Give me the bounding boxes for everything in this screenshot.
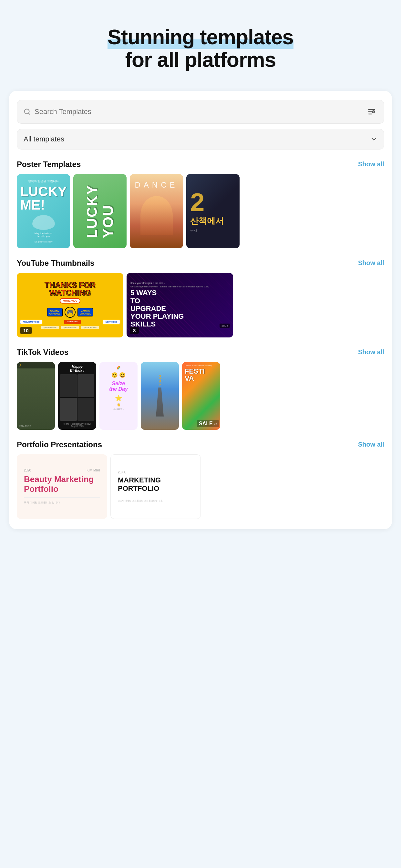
poster-korean-num: 2 <box>190 190 205 215</box>
tiktok-item[interactable]: HappyBirthday to the Happiest Day Today!… <box>58 362 96 430</box>
svg-line-1 <box>28 113 30 114</box>
tiktok2-date: to the Happiest Day Today! <box>64 423 91 425</box>
search-bar[interactable] <box>17 100 384 124</box>
tiktok2-photo2 <box>78 374 94 397</box>
tiktok-section: TikTok Videos Show all ⚡ 2024.03.12 Happ… <box>17 348 384 430</box>
poster-lucky-you-vert: LUCKYYOU <box>84 184 116 238</box>
tiktok1-top-bar: ⚡ <box>17 362 55 368</box>
poster-item[interactable]: 2 산책에서 독서 <box>186 174 240 248</box>
youtube-show-all-link[interactable]: Show all <box>358 259 384 267</box>
hero-title-line1: Stunning templates <box>107 26 294 49</box>
tiktok3-rainbow: 🌈 <box>117 366 120 369</box>
yt1-user3: @USERNAME <box>81 326 99 329</box>
youtube-section: YouTube Thumbnails Show all THANKS FORWA… <box>17 259 384 337</box>
portfolio-section: Portfolio Presentations Show all 2020 KI… <box>17 440 384 519</box>
template-type-dropdown[interactable]: All templates <box>17 129 384 150</box>
tiktok3-face1: 😊 <box>112 372 118 378</box>
tiktok2-title: HappyBirthday <box>70 365 85 372</box>
port1-header: 2020 KIM MIRI <box>24 469 100 472</box>
port1-title: Beauty MarketingPortfolio <box>24 475 100 494</box>
portfolio-section-header: Portfolio Presentations Show all <box>17 440 384 449</box>
svg-point-5 <box>372 111 374 113</box>
search-input[interactable] <box>35 107 366 116</box>
port2-title: MARKETINGPORTFOLIO <box>118 476 193 492</box>
poster-lucky-me-tag: St. patrick's day <box>34 240 52 243</box>
port2-year: 20XX <box>118 470 193 474</box>
main-card: All templates Poster Templates Show all … <box>9 91 392 529</box>
search-icon <box>24 108 31 115</box>
tiktok-item[interactable]: 🌈 😊 😄 Seizethe Day ⭐ 👋 ~MIRER~ <box>99 362 137 430</box>
youtube-section-title: YouTube Thumbnails <box>17 259 94 268</box>
tiktok3-hi: 👋 <box>117 403 120 407</box>
yt1-chip2: GAMINGCHANNEL <box>78 308 93 316</box>
tiktok5-tag: Choose to win summer clothing <box>185 365 212 367</box>
poster-korean-sub: 독서 <box>190 228 197 233</box>
tiktok1-logo: ⚡ <box>19 364 22 367</box>
portfolio-show-all-link[interactable]: Show all <box>358 441 384 448</box>
poster-item[interactable]: 행복과 행운을 드립니다 LUCKYME! May the fortunebe … <box>17 174 70 248</box>
poster-lucky-me-sub: May the fortunebe with you <box>35 232 53 238</box>
port1-name: KIM MIRI <box>87 469 100 472</box>
poster-dance-text: DANCE <box>135 181 178 190</box>
tiktok-show-all-link[interactable]: Show all <box>358 348 384 356</box>
portfolio-item[interactable]: 20XX MARKETINGPORTFOLIO 20XX: 마케팅 포트폴리오 … <box>111 454 201 519</box>
tiktok-item[interactable]: PARIS <box>141 362 179 430</box>
tiktok5-sale: SALE » <box>197 420 219 427</box>
tiktok2-photos <box>60 374 94 421</box>
youtube-item[interactable]: THANKS FORWATCHING MORE VIDS GAMINGCHANN… <box>17 273 123 337</box>
yt1-user1: @USERNAME <box>41 326 59 329</box>
filter-button[interactable] <box>366 106 377 118</box>
chevron-down-icon <box>370 135 377 143</box>
yt1-user2: @USERNAME <box>61 326 79 329</box>
tiktok2-date2: Aug 09 2025 <box>71 425 84 427</box>
yt1-chips-row: GAMINGCHANNEL 🎮 GAMINGCHANNEL <box>47 307 93 318</box>
poster-item[interactable]: LUCKYYOU <box>73 174 127 248</box>
yt1-bottom-row: PREVIOUS VIDEO SUBSCRIBE NEXT VIDEO <box>20 320 120 324</box>
yt1-usernames: @USERNAME @USERNAME @USERNAME <box>41 326 99 329</box>
port1-year: 2020 <box>24 469 31 472</box>
poster-item[interactable]: DANCE <box>130 174 183 248</box>
tiktok3-name: ~MIRER~ <box>113 408 124 411</box>
tiktok5-festi: FESTIVA <box>185 368 205 382</box>
tiktok3-seize: Seizethe Day <box>109 381 128 392</box>
yt1-badge: 10 <box>20 327 32 334</box>
tiktok3-faces: 😊 😄 <box>112 372 126 378</box>
tiktok-item[interactable]: ⚡ 2024.03.12 <box>17 362 55 430</box>
poster-show-all-link[interactable]: Show all <box>358 160 384 168</box>
yt2-time: 15:25 <box>220 323 230 328</box>
yt1-chip1: GAMINGCHANNEL <box>47 308 63 316</box>
hero-title: Stunning templates for all platforms <box>13 26 388 71</box>
tiktok4-tower <box>155 388 165 416</box>
yt1-prev: PREVIOUS VIDEO <box>20 320 42 324</box>
tiktok-item[interactable]: Choose to win summer clothing FESTIVA SA… <box>182 362 220 430</box>
youtube-item[interactable]: Share your strategies in the com... Intr… <box>127 273 233 337</box>
portfolio-grid: 2020 KIM MIRI Beauty MarketingPortfolio … <box>17 454 384 519</box>
poster-lucky-me-cloud <box>32 215 55 230</box>
tiktok2-photo1 <box>60 374 77 397</box>
poster-section-title: Poster Templates <box>17 160 81 169</box>
poster-section: Poster Templates Show all 행복과 행운을 드립니다 L… <box>17 160 384 248</box>
tiktok-grid: ⚡ 2024.03.12 HappyBirthday to the Happie… <box>17 362 384 430</box>
tiktok3-star: ⭐ <box>115 395 122 402</box>
yt1-more: MORE VIDS <box>60 298 81 304</box>
yt2-intro: Introducing Firestorm event - survive th… <box>130 285 209 288</box>
hero-section: Stunning templates for all platforms <box>0 0 401 84</box>
tiktok-section-header: TikTok Videos Show all <box>17 348 384 357</box>
yt1-subscribe: SUBSCRIBE <box>64 320 81 324</box>
tiktok2-photo4 <box>78 398 94 421</box>
yt2-title: 5 WAYSTOUPGRADEYOUR PLAYINGSKILLS <box>130 289 184 328</box>
port2-divider <box>118 496 193 496</box>
yt1-title: THANKS FORWATCHING <box>44 281 95 297</box>
tiktok2-photo3 <box>60 398 77 421</box>
port2-sub: 20XX: 마케팅 포트폴리오 포트폴리오입니다. <box>118 499 193 502</box>
youtube-grid: THANKS FORWATCHING MORE VIDS GAMINGCHANN… <box>17 273 384 337</box>
port1-sub: 목차 마케팅 포트폴리오 입니다 <box>24 501 100 504</box>
poster-grid: 행복과 행운을 드립니다 LUCKYME! May the fortunebe … <box>17 174 384 248</box>
tiktok1-date: 2024.03.12 <box>19 425 52 427</box>
yt1-next: NEXT VIDEO <box>103 320 120 324</box>
portfolio-item[interactable]: 2020 KIM MIRI Beauty MarketingPortfolio … <box>17 454 107 519</box>
dropdown-label: All templates <box>24 135 64 144</box>
filter-icon <box>367 107 376 116</box>
tiktok-section-title: TikTok Videos <box>17 348 68 357</box>
yt1-circle: 🎮 <box>65 307 75 318</box>
